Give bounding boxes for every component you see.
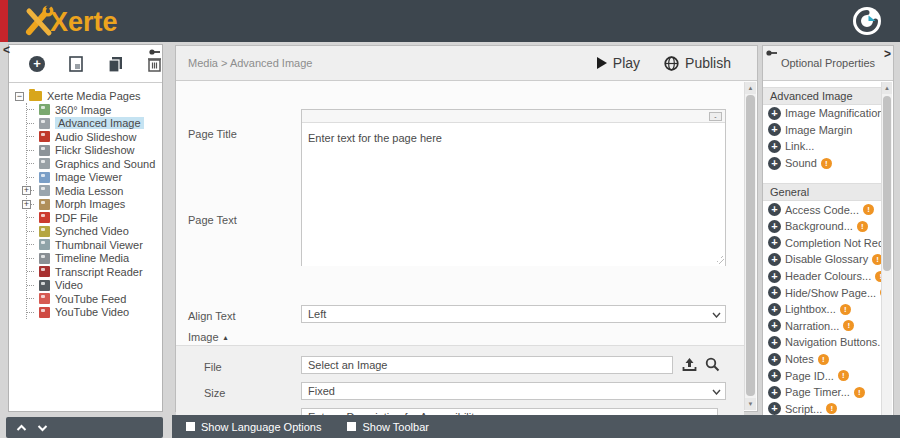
prop-completion-not-required[interactable]: Completion Not Required xyxy=(763,235,881,252)
size-label: Size xyxy=(204,387,225,399)
upload-icon[interactable] xyxy=(682,357,698,373)
page-title-label: Page Title xyxy=(188,128,237,140)
tree-item-pdf-file[interactable]: PDF File xyxy=(27,211,160,225)
delete-page-button[interactable] xyxy=(146,55,162,73)
tree-item-flickr-slideshow[interactable]: Flickr Slideshow xyxy=(27,144,160,158)
info-badge-icon xyxy=(838,370,849,381)
add-property-icon xyxy=(768,386,781,399)
tree-item-timeline-media[interactable]: Timeline Media xyxy=(27,252,160,266)
publish-button[interactable]: Publish xyxy=(664,55,731,71)
add-property-icon xyxy=(768,319,781,332)
prop-page-timer[interactable]: Page Timer... xyxy=(763,384,881,401)
add-property-icon xyxy=(768,107,781,120)
tree-item-transcript-reader[interactable]: Transcript Reader xyxy=(27,265,160,279)
plus-circle-icon xyxy=(29,56,45,72)
tree-item-thumbnail-viewer[interactable]: Thumbnail Viewer xyxy=(27,238,160,252)
page-type-icon xyxy=(39,158,50,169)
show-toolbar-checkbox[interactable]: Show Toolbar xyxy=(347,421,428,433)
prop-link[interactable]: Link... xyxy=(763,138,881,155)
xerte-logo: Xerte xyxy=(24,5,118,37)
folder-icon xyxy=(29,91,42,101)
tree-item-media-lesson[interactable]: +Media Lesson xyxy=(27,184,160,198)
app-header: Xerte xyxy=(0,0,900,42)
insert-page-button[interactable] xyxy=(68,55,84,73)
prop-hide-show-page[interactable]: Hide/Show Page... xyxy=(763,284,881,301)
image-section-header[interactable]: Image ▴ xyxy=(188,331,228,343)
prop-header-colours[interactable]: Header Colours... xyxy=(763,268,881,285)
prop-background[interactable]: Background... xyxy=(763,218,881,235)
page-text-label: Page Text xyxy=(188,214,237,226)
info-badge-icon xyxy=(818,354,829,365)
search-icon[interactable] xyxy=(705,357,721,373)
prop-notes[interactable]: Notes xyxy=(763,351,881,368)
page-type-icon xyxy=(39,172,50,183)
prop-navigation-buttons[interactable]: Navigation Buttons... xyxy=(763,334,881,351)
prop-disable-glossary[interactable]: Disable Glossary xyxy=(763,251,881,268)
scrollbar-thumb[interactable] xyxy=(746,95,755,396)
add-property-icon xyxy=(768,236,781,249)
tree-item-youtube-video[interactable]: YouTube Video xyxy=(27,306,160,320)
duplicate-page-button[interactable] xyxy=(107,55,123,73)
resize-handle[interactable] xyxy=(715,255,724,264)
prop-narration[interactable]: Narration... xyxy=(763,318,881,335)
tree-children: 360° Image Advanced Image Audio Slidesho… xyxy=(26,103,160,319)
add-property-icon xyxy=(768,157,781,170)
tree-item-advanced-image[interactable]: Advanced Image xyxy=(27,117,160,131)
info-badge-icon xyxy=(826,403,837,414)
align-text-select[interactable]: Left xyxy=(301,305,726,323)
collapse-node-icon[interactable]: − xyxy=(15,92,24,101)
add-property-icon xyxy=(768,220,781,233)
pin-panel-icon[interactable] xyxy=(766,49,777,57)
tree-item-synched-video[interactable]: Synched Video xyxy=(27,225,160,239)
optional-properties-header: Optional Properties > xyxy=(763,46,893,81)
tree-item-video[interactable]: Video xyxy=(27,279,160,293)
prop-page-id[interactable]: Page ID... xyxy=(763,367,881,384)
collapse-panel-icon[interactable]: > xyxy=(884,47,891,61)
prop-sound[interactable]: Sound xyxy=(763,155,881,172)
collapse-panel-icon[interactable]: < xyxy=(3,43,17,57)
tree-item-360-image[interactable]: 360° Image xyxy=(27,103,160,117)
pin-panel-icon[interactable] xyxy=(149,48,160,56)
play-button[interactable]: Play xyxy=(597,55,640,71)
add-page-button[interactable] xyxy=(29,55,45,73)
move-up-icon[interactable] xyxy=(16,424,27,432)
add-property-icon xyxy=(768,353,781,366)
page-type-icon xyxy=(39,212,50,223)
page-text-input[interactable]: Enter text for the page here xyxy=(302,124,725,266)
prop-image-margin[interactable]: Image Margin xyxy=(763,122,881,139)
prop-image-magnification[interactable]: Image Magnification... xyxy=(763,105,881,122)
scroll-up-icon[interactable]: ▲ xyxy=(745,82,756,94)
tree-item-image-viewer[interactable]: Image Viewer xyxy=(27,171,160,185)
scroll-up-icon[interactable]: ▲ xyxy=(882,82,892,94)
prop-lightbox[interactable]: Lightbox... xyxy=(763,301,881,318)
scrollbar-thumb[interactable] xyxy=(883,96,891,271)
page-tree: − Xerte Media Pages 360° Image Advanced … xyxy=(9,83,162,319)
tree-item-youtube-feed[interactable]: YouTube Feed xyxy=(27,292,160,306)
tree-item-audio-slideshow[interactable]: Audio Slideshow xyxy=(27,130,160,144)
show-language-options-checkbox[interactable]: Show Language Options xyxy=(186,421,321,433)
editor-scrollbar[interactable]: ▲ ▼ xyxy=(744,82,756,410)
info-badge-icon xyxy=(840,304,851,315)
editor-toggle-button[interactable]: - xyxy=(709,112,722,121)
checkbox-icon xyxy=(186,422,195,431)
page-type-icon xyxy=(39,199,50,210)
page-type-icon xyxy=(39,280,50,291)
tree-root-node[interactable]: − Xerte Media Pages xyxy=(15,89,160,103)
copy-icon xyxy=(108,56,123,72)
size-select[interactable]: Fixed xyxy=(301,382,726,400)
tree-item-morph-images[interactable]: +Morph Images xyxy=(27,198,160,212)
prop-access-code[interactable]: Access Code... xyxy=(763,201,881,218)
scroll-down-icon[interactable]: ▼ xyxy=(745,398,756,410)
optional-properties-panel: Optional Properties > Advanced Image Ima… xyxy=(762,45,894,438)
apereo-logo-icon[interactable] xyxy=(852,6,882,36)
expand-node-icon[interactable]: + xyxy=(22,186,31,195)
move-down-icon[interactable] xyxy=(37,424,48,432)
page-type-icon xyxy=(39,266,50,277)
expand-node-icon[interactable]: + xyxy=(22,200,31,209)
tree-item-graphics-and-sound[interactable]: Graphics and Sound xyxy=(27,157,160,171)
properties-scrollbar[interactable]: ▲ xyxy=(881,82,892,437)
file-input[interactable] xyxy=(301,356,673,374)
add-property-icon xyxy=(768,203,781,216)
page-type-icon xyxy=(39,293,50,304)
info-badge-icon xyxy=(863,204,874,215)
